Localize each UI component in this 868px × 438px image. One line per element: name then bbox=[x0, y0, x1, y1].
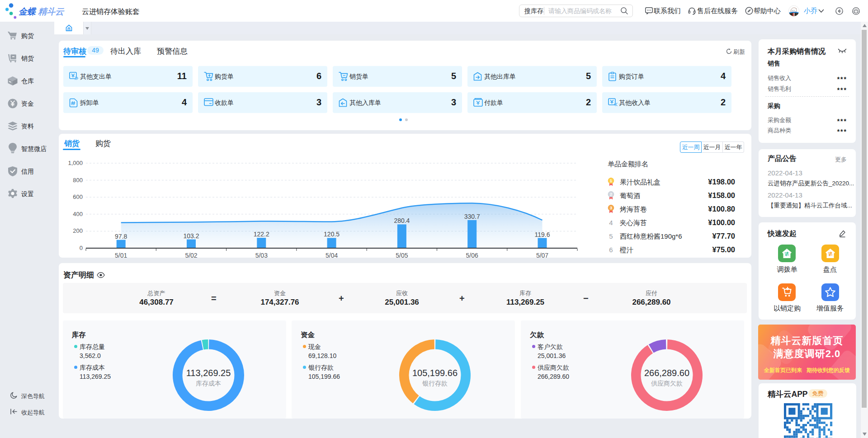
svg-text:0: 0 bbox=[80, 245, 83, 251]
svg-text:5/06: 5/06 bbox=[466, 252, 478, 258]
svg-text:5/03: 5/03 bbox=[255, 252, 268, 258]
svg-text:103.2: 103.2 bbox=[183, 232, 199, 240]
svg-text:5/02: 5/02 bbox=[185, 252, 197, 258]
svg-text:119.6: 119.6 bbox=[535, 231, 550, 238]
svg-text:400: 400 bbox=[73, 211, 83, 217]
svg-text:330.7: 330.7 bbox=[464, 213, 480, 220]
svg-text:5/07: 5/07 bbox=[536, 252, 548, 258]
svg-text:600: 600 bbox=[73, 193, 83, 200]
svg-text:800: 800 bbox=[73, 177, 83, 184]
svg-text:122.2: 122.2 bbox=[254, 231, 269, 238]
svg-text:1: 1 bbox=[610, 179, 612, 183]
svg-text:1,000: 1,000 bbox=[68, 160, 83, 166]
svg-text:5/01: 5/01 bbox=[115, 252, 127, 258]
svg-text:280.4: 280.4 bbox=[394, 217, 410, 224]
svg-text:5/05: 5/05 bbox=[396, 252, 408, 258]
svg-text:120.5: 120.5 bbox=[324, 231, 340, 238]
svg-text:3: 3 bbox=[610, 206, 612, 210]
svg-text:2: 2 bbox=[610, 192, 612, 197]
svg-text:97.8: 97.8 bbox=[115, 233, 127, 240]
svg-text:5/04: 5/04 bbox=[326, 252, 338, 258]
svg-text:200: 200 bbox=[73, 227, 83, 234]
